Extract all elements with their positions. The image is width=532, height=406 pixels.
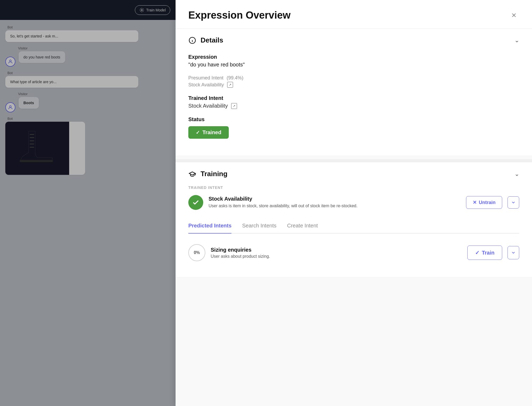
training-icon [188, 170, 196, 178]
trained-intent-link-icon[interactable] [231, 103, 237, 109]
untrain-label: Untrain [479, 200, 496, 205]
tab-create-intent[interactable]: Create Intent [287, 218, 318, 233]
expression-field: Expression "do you have red boots" [188, 54, 519, 68]
train-button[interactable]: ✓ Train [467, 246, 502, 260]
panel-content: Details ⌄ Expression "do you have red bo… [176, 29, 532, 406]
details-section: Details ⌄ Expression "do you have red bo… [176, 29, 532, 156]
train-check-icon: ✓ [475, 249, 480, 256]
intent-check-circle [188, 195, 203, 210]
predicted-intent-description: User asks about product sizing. [211, 254, 462, 259]
predicted-intent-item: 0% Sizing enquiries User asks about prod… [188, 239, 519, 267]
panel-header: Expression Overview ✕ [176, 0, 532, 29]
tab-predicted-intents[interactable]: Predicted Intents [188, 218, 231, 233]
presumed-intent-value: Stock Availability [188, 82, 519, 88]
training-section-header[interactable]: Training ⌄ [176, 162, 532, 185]
untrain-dropdown-button[interactable] [508, 196, 519, 209]
train-dropdown-button[interactable] [508, 246, 519, 259]
intent-description: User asks is item in stock, store availa… [209, 203, 461, 209]
training-section-title: Training [201, 170, 227, 178]
training-chevron-icon: ⌄ [514, 171, 519, 177]
presumed-intent-field: Presumed Intent (99.4%) Stock Availabili… [188, 75, 519, 88]
status-check-icon: ✓ [196, 130, 200, 136]
status-label: Status [188, 116, 519, 122]
info-icon [188, 36, 196, 44]
untrain-x-icon: ✕ [473, 200, 477, 205]
status-value: Trained [202, 129, 221, 136]
trained-intent-value: Stock Availability [188, 103, 519, 109]
presumed-intent-label: Presumed Intent [188, 75, 223, 81]
intent-info: Stock Availability User asks is item in … [209, 196, 461, 209]
predicted-intents-list: 0% Sizing enquiries User asks about prod… [188, 234, 519, 267]
training-section-body: TRAINED INTENT Stock Availability User a… [176, 185, 532, 277]
predicted-intent-name: Sizing enquiries [211, 247, 462, 253]
panel-title: Expression Overview [188, 10, 290, 21]
tab-search-intents[interactable]: Search Intents [242, 218, 276, 233]
confidence-percentage: (99.4%) [227, 75, 243, 81]
trained-intent-field: Trained Intent Stock Availability [188, 95, 519, 109]
intents-tabs: Predicted Intents Search Intents Create … [188, 218, 519, 234]
section-divider [176, 159, 532, 162]
details-chevron-icon: ⌄ [514, 37, 519, 44]
predicted-info: Sizing enquiries User asks about product… [211, 247, 462, 259]
details-section-body: Expression "do you have red boots" Presu… [176, 52, 532, 156]
expression-overview-panel: Expression Overview ✕ Details [176, 0, 532, 406]
presumed-intent-row: Presumed Intent (99.4%) [188, 75, 519, 81]
details-section-title: Details [201, 36, 223, 44]
trained-intent-section-label: TRAINED INTENT [188, 185, 519, 190]
train-label: Train [482, 250, 494, 256]
close-button[interactable]: ✕ [509, 10, 519, 21]
close-icon: ✕ [511, 12, 517, 19]
trained-intent-item: Stock Availability User asks is item in … [188, 195, 519, 210]
status-badge: ✓ Trained [188, 126, 229, 139]
details-section-header[interactable]: Details ⌄ [176, 29, 532, 52]
training-section-header-left: Training [188, 170, 227, 178]
untrain-button[interactable]: ✕ Untrain [466, 196, 502, 209]
expression-label: Expression [188, 54, 519, 60]
trained-intent-label: Trained Intent [188, 95, 519, 101]
expression-value: "do you have red boots" [188, 62, 519, 68]
presumed-intent-link-icon[interactable] [227, 82, 233, 88]
training-section: Training ⌄ TRAINED INTENT Stock Availabi… [176, 162, 532, 277]
intent-name: Stock Availability [209, 196, 461, 202]
details-section-header-left: Details [188, 36, 223, 44]
pct-circle: 0% [188, 244, 205, 261]
status-field: Status ✓ Trained [188, 116, 519, 139]
